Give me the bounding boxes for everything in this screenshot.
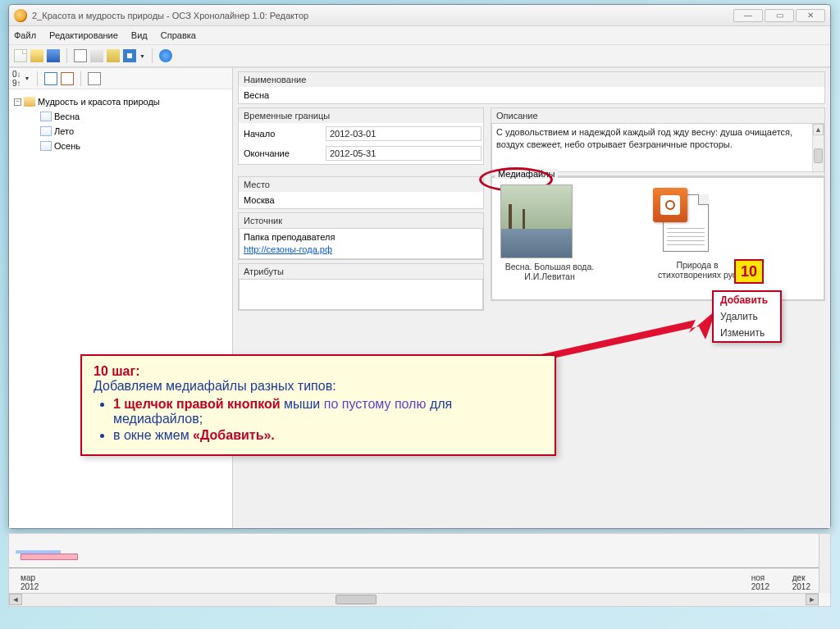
tree-root[interactable]: − Мудрость и красота природы [14, 94, 227, 109]
sort-icon[interactable]: 0↓9↑ [12, 70, 21, 88]
tree-root-label: Мудрость и красота природы [38, 97, 160, 107]
source-link[interactable]: http://сезоны-года.рф [244, 244, 332, 254]
value-place[interactable]: Москва [244, 195, 275, 205]
source-text: Папка преподавателя [244, 231, 478, 244]
scroll-left-icon[interactable]: ◄ [9, 594, 22, 605]
tree-item-label: Лето [54, 126, 74, 136]
media-item-1[interactable]: Весна. Большая вода. И.И.Левитан [500, 185, 599, 281]
scroll-thumb[interactable] [814, 148, 823, 163]
media-thumbnail-image [500, 185, 573, 258]
group-media: Медиафайлы Весна. Большая вода. И.И.Леви… [491, 176, 825, 301]
step-number-badge: 10 [734, 259, 764, 284]
tree-toolbar: 0↓9↑ ▼ [9, 68, 232, 89]
menu-view[interactable]: Вид [131, 30, 148, 40]
timeline-label-left: мар2012 [21, 573, 39, 591]
media-caption-1: Весна. Большая вода. И.И.Левитан [500, 262, 599, 281]
timeline-panel: мар2012 ноя2012 дек2012 ◄ ► [8, 533, 831, 607]
item-icon[interactable] [88, 72, 101, 85]
open-icon[interactable] [30, 49, 43, 62]
group-source: Источник Папка преподавателя http://сезо… [238, 212, 484, 260]
tree-item-label: Осень [54, 141, 80, 151]
input-start[interactable]: 2012-03-01 [326, 126, 482, 141]
scroll-up-icon[interactable]: ▲ [813, 124, 824, 135]
window-controls: — ▭ ✕ [732, 9, 825, 22]
scroll-right-icon[interactable]: ► [806, 594, 819, 605]
label-desc: Описание [491, 108, 824, 123]
timeline-label-right: дек2012 [792, 573, 810, 591]
label-place: Место [239, 177, 483, 192]
copy-icon[interactable] [90, 49, 103, 62]
menubar: Файл Редактирование Вид Справка [9, 26, 830, 44]
menu-edit[interactable]: Редактирование [49, 30, 118, 40]
instruction-bullet-2: в окне жмем «Добавить». [113, 428, 543, 443]
folder-icon [24, 97, 35, 107]
separator [66, 48, 67, 63]
context-item-delete[interactable]: Удалить [714, 308, 780, 325]
label-source: Источник [239, 213, 483, 228]
menu-file[interactable]: Файл [14, 30, 36, 40]
instruction-bullet-1: 1 щелчок правой кнопкой мыши по пустому … [113, 397, 543, 426]
scroll-thumb[interactable] [336, 595, 377, 604]
media-thumbnail-ppt [648, 185, 714, 257]
item-icon [40, 141, 52, 151]
instruction-line1: Добавляем медиафайлы разных типов: [94, 379, 336, 393]
help-icon[interactable] [159, 49, 172, 62]
tree-panel: 0↓9↑ ▼ − Мудрость и красота природы Весн… [9, 68, 233, 528]
close-button[interactable]: ✕ [796, 9, 825, 22]
maximize-button[interactable]: ▭ [765, 9, 794, 22]
cut-icon[interactable] [74, 49, 87, 62]
label-end: Окончание [244, 148, 317, 158]
timeline-label-mid: ноя2012 [751, 573, 769, 591]
source-box[interactable]: Папка преподавателя http://сезоны-года.р… [239, 228, 483, 259]
textarea-desc[interactable]: С удовольствием и надеждой каждый год жд… [491, 123, 824, 172]
media-area[interactable]: Весна. Большая вода. И.И.Левитан Природа… [491, 177, 824, 300]
scrollbar-vertical[interactable]: ▲ [812, 124, 824, 171]
timeline-event-bar-b[interactable] [21, 554, 78, 560]
attr-box[interactable] [239, 279, 483, 310]
desc-text: С удовольствием и надеждой каждый год жд… [496, 127, 792, 149]
item-icon [40, 112, 52, 121]
group-name: Наименование Весна [238, 71, 825, 104]
tree-item-leto[interactable]: Лето [40, 124, 227, 139]
minimize-button[interactable]: — [733, 9, 763, 22]
view1-icon[interactable] [44, 72, 57, 85]
separator [152, 48, 153, 63]
media-item-2[interactable]: Природа в стихотворениях рус [648, 185, 746, 280]
label-timerange: Временные границы [239, 108, 483, 123]
group-attributes: Атрибуты [238, 263, 484, 311]
window-title: 2_Красота и мудрость природы - ОСЗ Хроно… [32, 11, 308, 21]
instruction-callout: 10 шаг: Добавляем медиафайлы разных типо… [80, 354, 556, 456]
save-icon[interactable] [47, 49, 60, 62]
titlebar: 2_Красота и мудрость природы - ОСЗ Хроно… [9, 5, 830, 26]
group-description: Описание С удовольствием и надеждой кажд… [491, 107, 825, 176]
paste-icon[interactable] [107, 49, 120, 62]
tree-view[interactable]: − Мудрость и красота природы Весна Лето … [9, 89, 232, 528]
timeline-body[interactable]: мар2012 ноя2012 дек2012 [9, 534, 819, 593]
scroll-track[interactable] [22, 594, 806, 606]
label-attr: Атрибуты [239, 264, 483, 279]
menu-help[interactable]: Справка [161, 30, 196, 40]
value-name[interactable]: Весна [244, 90, 269, 100]
instruction-title: 10 шаг: [94, 364, 139, 378]
timeline-vscroll[interactable] [819, 534, 830, 593]
label-start: Начало [244, 129, 317, 139]
instruction-list: 1 щелчок правой кнопкой мыши по пустому … [113, 397, 543, 443]
group-place: Место Москва [238, 176, 484, 209]
tree-item-osen[interactable]: Осень [40, 139, 227, 153]
collapse-icon[interactable]: − [14, 98, 21, 106]
view2-icon[interactable] [61, 72, 74, 85]
new-icon[interactable] [14, 49, 27, 62]
context-item-add[interactable]: Добавить [714, 292, 780, 308]
context-item-change[interactable]: Изменить [714, 325, 780, 341]
grid-icon[interactable] [123, 49, 136, 62]
context-menu: Добавить Удалить Изменить [712, 290, 782, 343]
group-timerange: Временные границы Начало 2012-03-01 Окон… [238, 107, 484, 165]
tree-item-vesna[interactable]: Весна [40, 109, 227, 124]
input-end[interactable]: 2012-05-31 [326, 146, 482, 161]
item-icon [40, 126, 52, 136]
content-area: 0↓9↑ ▼ − Мудрость и красота природы Весн… [9, 67, 830, 528]
app-icon [14, 9, 27, 22]
timeline-axis [9, 567, 819, 568]
toolbar-main: ▼ [9, 44, 830, 67]
timeline-hscroll[interactable]: ◄ ► [9, 593, 819, 606]
